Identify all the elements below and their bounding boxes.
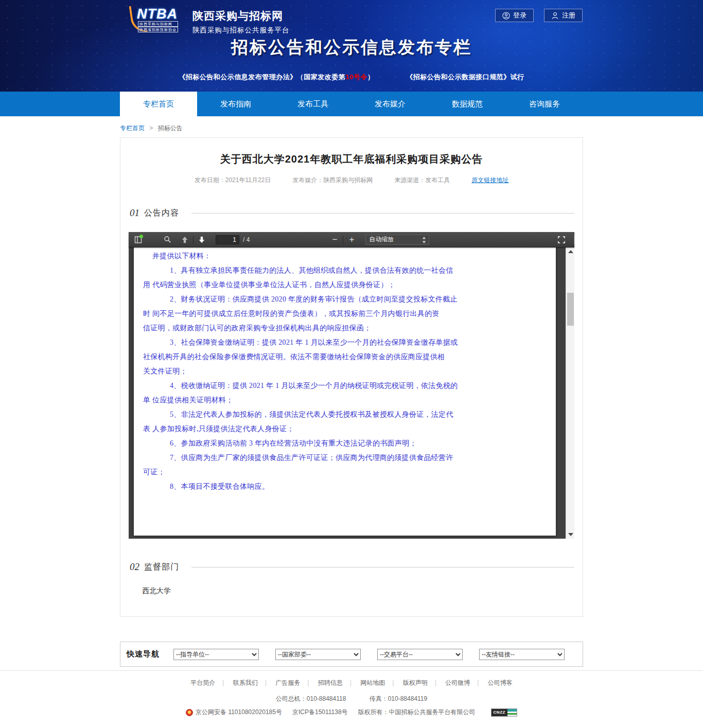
- pdf-line: 2、财务状况证明：供应商提供 2020 年度的财务审计报告（成立时间至提交投标文…: [134, 292, 556, 307]
- logo-abbr: NTBA: [137, 6, 178, 22]
- nav-tab-publish-tools[interactable]: 发布工具: [274, 92, 351, 116]
- breadcrumb-separator: >: [149, 125, 153, 132]
- pdf-line: 时 间不足一年的可提供成立后任意时段的资产负债表），或其投标前三个月内银行出具的…: [134, 307, 556, 321]
- pdf-line: 用 代码营业执照（事业单位提供事业单位法人证书，自然人应提供身份证）；: [134, 278, 556, 292]
- footer-link-ad-service[interactable]: 广告服务: [275, 679, 300, 686]
- logo-small-line2: 陕西省招标投标协会: [138, 27, 178, 32]
- footer-link-platform-intro[interactable]: 平台简介: [190, 679, 215, 686]
- footer-copyright: 版权所有：中国招标公共服务平台有限公司: [358, 708, 476, 717]
- nav-tab-publish-media[interactable]: 发布媒介: [351, 92, 429, 116]
- original-link[interactable]: 原文链接地址: [471, 176, 508, 185]
- banner-sub-highlight: 10号令: [345, 73, 367, 81]
- section-2-divider: [191, 567, 574, 567]
- page-number-input[interactable]: [216, 235, 239, 244]
- arrow-down-icon: [198, 236, 205, 243]
- sidebar-toggle-button[interactable]: [132, 234, 145, 246]
- breadcrumb-current: 招标公告: [158, 125, 183, 132]
- pdf-line: 单 位应提供相关证明材料；: [134, 393, 556, 407]
- pdf-toolbar: / 4 − + 自动缩放: [129, 232, 574, 247]
- banner-sub-part2: ）: [367, 73, 375, 81]
- section-1-divider: [191, 213, 574, 214]
- section-1-header: 01 公告内容: [129, 207, 574, 219]
- search-icon: [164, 236, 171, 243]
- register-button[interactable]: 注册: [544, 9, 583, 22]
- meta-publish-date: 发布日期：2021年11月22日: [195, 176, 271, 185]
- nav-tab-data-standard[interactable]: 数据规范: [429, 92, 506, 116]
- footer-link-weibo[interactable]: 公司微博: [445, 679, 470, 686]
- footer-link-sitemap[interactable]: 网站地图: [360, 679, 385, 686]
- login-user-circle-icon: [502, 12, 510, 20]
- sidebar-notification-dot: [139, 235, 143, 238]
- pdf-line: 并提供以下材料：: [134, 249, 556, 263]
- friend-links-select[interactable]: --友情链接--: [479, 649, 565, 660]
- pdf-line: 5、非法定代表人参加投标的，须提供法定代表人委托授权书及被授权人身份证，法定代: [134, 407, 556, 422]
- toolbar-separator-2: [343, 236, 343, 244]
- quick-nav-bar: 快速导航 --指导单位-- --国家部委-- --交易平台-- --友情链接--: [120, 642, 583, 667]
- footer-link-contact-us[interactable]: 联系我们: [233, 679, 258, 686]
- logo-mark-icon: NTBA 陕西采购与招标网 陕西省招标投标协会: [130, 5, 185, 34]
- nav-tab-publish-guide[interactable]: 发布指南: [197, 92, 274, 116]
- footer: 平台简介| 联系我们| 广告服务| 招聘信息| 网站地图| 版权声明| 公司微博…: [0, 670, 703, 717]
- main-nav-inner: 专栏首页 发布指南 发布工具 发布媒介 数据规范 咨询服务: [120, 92, 583, 116]
- scrollbar-down-arrow-icon[interactable]: [568, 533, 573, 536]
- pdf-line: 关文件证明；: [134, 364, 556, 379]
- zoom-mode-select[interactable]: 自动缩放: [365, 235, 429, 245]
- pdf-line: 7、供应商为生产厂家的须提供食品生产许可证证；供应商为代理商的须提供食品经营许: [134, 451, 556, 465]
- footer-pipe: |: [392, 679, 394, 686]
- pdf-line: 1、具有独立承担民事责任能力的法人、其他组织或自然人，提供合法有效的统一社会信: [134, 263, 556, 278]
- site-name: 陕西采购与招标网: [192, 9, 290, 23]
- pdf-line: 社保机构开具的社会保险参保缴费情况证明。依法不需要缴纳社会保障资金的供应商应提供…: [134, 350, 556, 364]
- login-label: 登录: [513, 11, 526, 20]
- breadcrumb-home-link[interactable]: 专栏首页: [120, 125, 145, 132]
- zoom-out-button[interactable]: −: [328, 235, 341, 245]
- header-banner: NTBA 陕西采购与招标网 陕西省招标投标协会 陕西采购与招标网 陕西采购与招标…: [0, 0, 703, 92]
- zoom-in-button[interactable]: +: [345, 235, 358, 245]
- footer-link-blog[interactable]: 公司博客: [488, 679, 513, 686]
- pdf-line: 可证；: [134, 465, 556, 480]
- icp-record-number[interactable]: 京ICP备15011138号: [292, 708, 348, 717]
- nav-tab-consult-service[interactable]: 咨询服务: [506, 92, 583, 116]
- meta-source-channel: 来源渠道：发布工具: [394, 176, 450, 185]
- cnzz-label: CNZZ: [491, 709, 507, 716]
- site-logo[interactable]: NTBA 陕西采购与招标网 陕西省招标投标协会 陕西采购与招标网 陕西采购与招标…: [130, 5, 290, 35]
- nav-tab-column-home[interactable]: 专栏首页: [120, 92, 197, 116]
- select-spinner-icon: [422, 237, 426, 243]
- trading-platform-select[interactable]: --交易平台--: [377, 649, 463, 660]
- scrollbar-thumb[interactable]: [567, 293, 574, 326]
- banner-sub-part1: 《招标公告和公示信息发布管理办法》（国家发改委第: [179, 73, 345, 81]
- main-nav: 专栏首页 发布指南 发布工具 发布媒介 数据规范 咨询服务: [0, 92, 703, 116]
- page-down-button[interactable]: [195, 234, 208, 246]
- register-user-icon: [551, 12, 559, 20]
- pdf-line: 表 人参加投标时,只须提供法定代表人身份证；: [134, 422, 556, 436]
- pdf-scrollbar[interactable]: [566, 247, 574, 539]
- page-up-button[interactable]: [178, 234, 191, 246]
- site-subtitle: 陕西采购与招标公共服务平台: [192, 26, 290, 35]
- police-record-number[interactable]: 京公网安备 11010802020185号: [196, 708, 282, 717]
- footer-link-jobs[interactable]: 招聘信息: [318, 679, 343, 686]
- pdf-line: 8、本项目不接受联合体响应。: [134, 480, 556, 494]
- cnzz-badge[interactable]: CNZZ: [491, 708, 517, 717]
- banner-sub-part3: 《招标公告和公示数据接口规范》试行: [406, 73, 524, 81]
- article-title: 关于西北大学2021年教职工年底福利采购项目采购公告: [129, 152, 574, 166]
- police-badge-icon: [186, 709, 193, 716]
- national-ministry-select[interactable]: --国家部委--: [275, 649, 361, 660]
- article-container: 关于西北大学2021年教职工年底福利采购项目采购公告 发布日期：2021年11月…: [120, 137, 583, 617]
- fullscreen-icon: [557, 236, 566, 244]
- banner-title: 招标公告和公示信息发布专栏: [0, 36, 703, 59]
- footer-links: 平台简介| 联系我们| 广告服务| 招聘信息| 网站地图| 版权声明| 公司微博…: [0, 679, 703, 687]
- pdf-viewer: / 4 − + 自动缩放: [129, 232, 574, 539]
- arrow-up-icon: [181, 236, 188, 243]
- section-2-header: 02 监督部门: [129, 561, 574, 573]
- find-button[interactable]: [161, 234, 174, 246]
- presentation-mode-button[interactable]: [555, 234, 568, 246]
- guide-unit-select[interactable]: --指导单位--: [173, 649, 259, 660]
- pdf-line: 6、参加政府采购活动前 3 年内在经营活动中没有重大违法记录的书面声明；: [134, 436, 556, 451]
- article-meta: 发布日期：2021年11月22日 发布媒介：陕西采购与招标网 来源渠道：发布工具…: [129, 176, 574, 185]
- toolbar-separator: [193, 236, 194, 244]
- logo-small-line1: 陕西采购与招标网: [138, 21, 178, 27]
- login-button[interactable]: 登录: [495, 9, 534, 22]
- supervisor-name: 西北大学: [129, 587, 574, 596]
- footer-link-copyright-notice[interactable]: 版权声明: [403, 679, 428, 686]
- scrollbar-up-arrow-icon[interactable]: [568, 250, 573, 253]
- zoom-mode-label: 自动缩放: [369, 235, 394, 244]
